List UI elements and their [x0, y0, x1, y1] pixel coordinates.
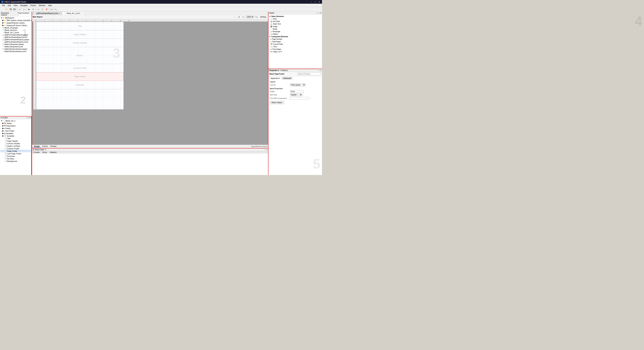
zoom-out-button[interactable]: 🔍-: [242, 15, 245, 19]
rs-maximize[interactable]: □: [266, 149, 268, 151]
zoom-in-button[interactable]: 🔍+: [254, 15, 258, 19]
preview-tab[interactable]: Preview: [49, 145, 58, 148]
tree-g06-1-jrxml[interactable]: 📄 g06PenetrationReport1.jrxml: [0, 41, 31, 43]
print-when-input[interactable]: [290, 97, 308, 100]
props-maximize[interactable]: □: [320, 69, 321, 71]
fit-page-button[interactable]: ⊡: [237, 15, 241, 19]
tree-jaspersoft-server[interactable]: ▶ 📁 Jaspersoft Server Library: [0, 24, 31, 26]
palette-note[interactable]: 📝 Note: [269, 18, 321, 20]
palette-page-x-of-y[interactable]: P# Page X of Y: [269, 50, 321, 53]
tree-root-myreports[interactable]: ▼ 📁 MyReports: [0, 17, 31, 19]
tree-table11-jrxml[interactable]: 📄 table11Ampraise.jrxml: [0, 45, 31, 48]
tree-jre-library[interactable]: ▶ 📁 JRE System Library [JavaSE-1.8]: [0, 19, 31, 21]
outline-last-page-footer-section[interactable]: 📑 Last Page Footer: [0, 152, 31, 155]
toolbar-cut[interactable]: ✂: [36, 7, 40, 11]
tree-g06-jrxml[interactable]: 📄 g06PenetrationReport.jrxml: [0, 36, 31, 38]
maximize-button[interactable]: □: [314, 1, 316, 3]
menu-edit[interactable]: Edit: [6, 4, 12, 7]
menu-view[interactable]: View: [12, 4, 19, 7]
tree-blank-a4-jrxml[interactable]: 📄 Blank_A4.jrxml: [0, 29, 31, 31]
property-search[interactable]: [298, 73, 321, 75]
toolbar-copy[interactable]: 📋: [40, 7, 44, 11]
section-page-header[interactable]: Page Header: [36, 30, 124, 39]
minimize-button[interactable]: ─: [310, 1, 313, 3]
section-title[interactable]: Title: [36, 22, 124, 30]
toolbar-paste[interactable]: 📌: [45, 7, 48, 11]
outline-scriptlets[interactable]: ▶ 📜 Scriptlets: [0, 135, 31, 137]
title-bar-controls[interactable]: ─ □ ✕: [310, 1, 321, 3]
toolbar-save-all[interactable]: 💾+: [13, 7, 16, 11]
palette-total-pages[interactable]: Σ Total Pages: [269, 40, 321, 43]
tab-blank-a4[interactable]: 📄 Blank_A4_1.jrxml ✕: [62, 12, 84, 15]
outline-summary-section[interactable]: 📑 Summary: [0, 155, 31, 157]
toolbar-zoom-in[interactable]: 🔍+: [50, 7, 54, 11]
tree-blank-a4-jasper[interactable]: 📋 Blank_A4.jasper: [0, 26, 31, 29]
fit-width-button[interactable]: ↔: [233, 15, 236, 19]
outline-maximize[interactable]: □: [28, 117, 29, 119]
tree-table31-jasper[interactable]: 📋 table31Exiprodrasise.jasper: [0, 48, 31, 50]
composite-elements-header[interactable]: ▼ Composite Elements: [269, 35, 321, 38]
console-tab[interactable]: Console: [32, 151, 41, 154]
appearance-tab[interactable]: Appearance: [269, 77, 281, 80]
tab-repository-explorer[interactable]: Repository Explorer: [0, 12, 16, 16]
rs-minimize[interactable]: ─: [264, 149, 266, 151]
props-minimize[interactable]: ─: [318, 69, 320, 71]
section-summary[interactable]: Summary: [36, 81, 124, 89]
palette-break[interactable]: ⋯ Break: [269, 28, 321, 30]
palette-page-number[interactable]: # Page Number: [269, 38, 321, 40]
tab-project-explorer[interactable]: Project Explorer ×: [16, 12, 32, 16]
outline-root[interactable]: ▼ 📄 Blank_A4_1: [0, 120, 31, 122]
toolbar-redo[interactable]: ↪: [22, 7, 26, 11]
tree-table31-jrxml[interactable]: 📄 table31Exiprodrasise.jrxml: [0, 50, 31, 52]
palette-percentage[interactable]: % Percentage: [269, 48, 321, 50]
tab-g06-report[interactable]: 📄 g06PenetrationReport1.jrxml ✕: [32, 12, 62, 15]
problems-tab[interactable]: Problems: [280, 69, 288, 71]
outline-page-footer-section[interactable]: 📑 Page Footer: [0, 150, 31, 152]
toolbar-run-drop[interactable]: ▼: [31, 7, 35, 11]
outline-title-section[interactable]: 📑 Title: [0, 137, 31, 140]
section-page-footer[interactable]: Page Footer: [36, 72, 124, 81]
menu-navigate[interactable]: Navigate: [19, 4, 29, 7]
outline-no-data-section[interactable]: 📑 No Data: [0, 157, 31, 160]
properties-tab[interactable]: Properties ✎: [269, 69, 279, 71]
palette-minimize[interactable]: ─: [316, 12, 318, 14]
layouts-select[interactable]: Free Layout Grid Layout Tabular Layout: [290, 83, 306, 86]
tree-blank-a4-1-jrxml[interactable]: 📄 Blank_A4_1.jrxml: [0, 31, 31, 34]
menu-help[interactable]: Help: [47, 4, 53, 7]
tab-close-1[interactable]: ✕: [59, 13, 60, 14]
outline-variables[interactable]: ▶ fx Variables: [0, 132, 31, 135]
outline-page-header-section[interactable]: 📑 Page Header: [0, 140, 31, 142]
palette-maximize[interactable]: □: [318, 12, 319, 14]
toolbar-open[interactable]: 📂: [5, 7, 8, 11]
tab-close-2[interactable]: ✕: [80, 13, 82, 14]
outline-detail-section[interactable]: 📑 Detail 1 [125px]: [0, 145, 31, 147]
palette-text-field[interactable]: T| Text Field: [269, 20, 321, 23]
return-values-button[interactable]: Return Values: [270, 101, 284, 104]
section-column-header[interactable]: Column Header: [36, 39, 124, 47]
outline-column-footer-section[interactable]: 📑 Column Footer: [0, 147, 31, 150]
close-button[interactable]: ✕: [318, 1, 321, 3]
toolbar-zoom-out[interactable]: 🔍-: [54, 7, 58, 11]
height-input[interactable]: [290, 90, 304, 93]
outline-minimize[interactable]: ─: [26, 117, 27, 119]
outline-fields[interactable]: ▶ ≡ Fields: [0, 127, 31, 130]
tree-table11-jasper[interactable]: 📋 table11Ampraise.jasper: [0, 43, 31, 45]
print-when-expr-button[interactable]: …: [309, 97, 312, 100]
palette-current-date[interactable]: 📅 Current Date: [269, 43, 321, 45]
toolbar-run[interactable]: ▶: [27, 7, 31, 11]
tree-g06-1-jasper[interactable]: 📋 g06PenetrationReport1.jasper: [0, 38, 31, 41]
toolbar-save[interactable]: 💾: [9, 7, 12, 11]
advanced-tab[interactable]: Advanced: [282, 77, 292, 80]
palette-static-text[interactable]: ≡A Static Text: [269, 23, 321, 25]
toolbar-undo[interactable]: ↩: [18, 7, 22, 11]
palette-close-icon[interactable]: ✕: [320, 12, 321, 14]
toolbar-new[interactable]: 📄: [1, 7, 4, 11]
statistics-tab[interactable]: Statistics: [48, 151, 58, 154]
palette-time[interactable]: 🕐 Time: [269, 45, 321, 48]
outline-column-header-section[interactable]: 📑 Column Header: [0, 142, 31, 145]
canvas-area[interactable]: 0 1 2 3 4 5 6 7 8 9 10 11: [32, 19, 268, 145]
errors-tab[interactable]: Errors: [41, 151, 48, 154]
section-column-footer[interactable]: Column Footer: [36, 64, 124, 72]
outline-sort-fields[interactable]: ▶ ↕ Sort Fields: [0, 130, 31, 132]
zoom-select[interactable]: 110% 100% 75% 50%: [246, 16, 254, 18]
